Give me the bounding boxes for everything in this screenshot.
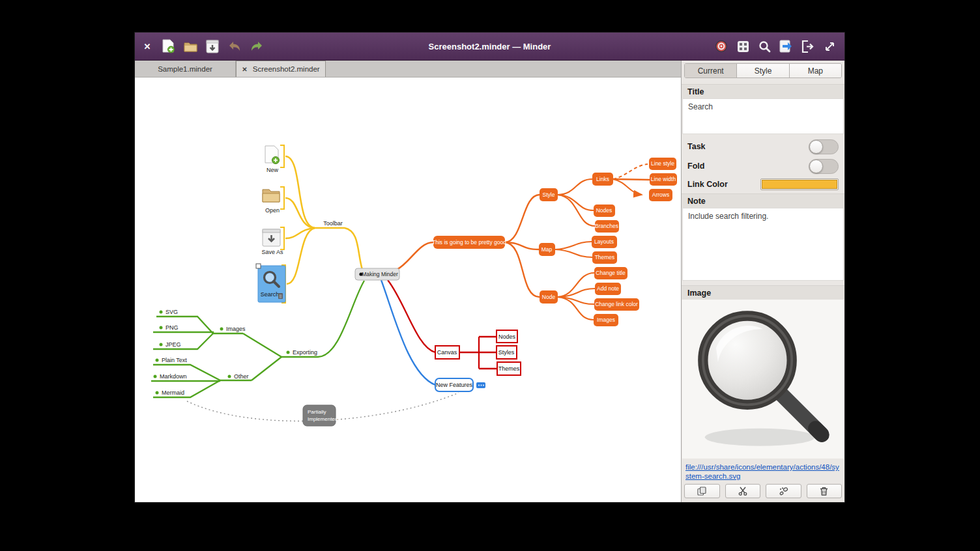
task-row: Task [682, 137, 844, 156]
close-window-icon[interactable]: ✕ [141, 42, 153, 51]
minder-window: Screenshot2.minder — Minder ✕ [135, 33, 844, 502]
node-plain-text[interactable]: Plain Text [162, 357, 187, 363]
node-save-as-label: Save As [261, 249, 283, 255]
note-section-label: Note [682, 193, 844, 208]
svg-text:Style: Style [543, 191, 555, 198]
redo-icon [250, 41, 263, 51]
cut-button[interactable] [725, 484, 761, 498]
image-preview[interactable] [682, 300, 844, 459]
new-document-icon [162, 39, 175, 53]
exit-icon [801, 40, 815, 53]
svg-text:Themes: Themes [595, 254, 615, 261]
node-new-label: New [267, 167, 279, 173]
svg-text:Themes: Themes [498, 365, 520, 372]
tab-style[interactable]: Style [737, 64, 789, 78]
image-section-label: Image [682, 285, 844, 300]
delete-button[interactable] [807, 484, 843, 498]
svg-text:Arrows: Arrows [652, 191, 669, 198]
note-input[interactable]: Include search filtering. [682, 208, 844, 281]
node-root[interactable]: Making Minder [355, 268, 399, 280]
tab-label: Screenshot2.minder [253, 65, 320, 73]
node-open[interactable]: Open [263, 190, 280, 214]
title-section-label: Title [682, 84, 844, 98]
magnifier-image [686, 301, 840, 457]
node-open-label: Open [265, 207, 280, 214]
svg-text:Links: Links [596, 176, 609, 182]
svg-text:Styles: Styles [498, 349, 515, 356]
undo-icon [228, 41, 241, 51]
link-color-button[interactable] [760, 178, 839, 190]
export-button[interactable] [779, 38, 793, 54]
paste-button[interactable] [766, 484, 801, 498]
paste-icon [779, 487, 788, 496]
save-icon [206, 40, 219, 53]
redo-button[interactable] [250, 38, 264, 54]
branch-toolbar-links [280, 145, 362, 303]
search-button[interactable] [758, 38, 771, 54]
node-search-selected[interactable]: Search [256, 264, 285, 302]
node-exporting[interactable]: Exporting [293, 349, 317, 356]
link-color-row: Link Color [682, 176, 844, 193]
svg-text:Change link color: Change link color [595, 301, 638, 307]
node-partially-implemented[interactable]: Partially Implemented [303, 405, 338, 426]
tab-screenshot2[interactable]: ✕ Screenshot2.minder [236, 61, 326, 77]
tab-sample1[interactable]: Sample1.minder [135, 61, 236, 77]
svg-text:Line style: Line style [651, 160, 674, 167]
node-svg[interactable]: SVG [166, 309, 178, 315]
node-markdown[interactable]: Markdown [160, 373, 187, 380]
resize-icon [824, 41, 835, 52]
branch-new-features-link [381, 280, 435, 385]
selection-handle[interactable] [256, 264, 261, 268]
fullscreen-button[interactable] [823, 38, 837, 54]
tab-bar: Sample1.minder ✕ Screenshot2.minder [135, 61, 681, 78]
copy-button[interactable] [684, 484, 720, 498]
svg-text:Layouts: Layouts [594, 238, 614, 245]
tab-close-icon[interactable]: ✕ [242, 66, 247, 73]
target-icon [715, 40, 728, 53]
fold-label: Fold [687, 162, 704, 171]
trash-icon [820, 487, 828, 496]
tab-map[interactable]: Map [790, 64, 841, 78]
node-other[interactable]: Other [234, 373, 249, 380]
branch-exporting-bullets [154, 311, 290, 395]
svg-text:Partially: Partially [308, 409, 326, 415]
mindmap-canvas[interactable]: Toolbar New Open [135, 78, 681, 502]
sticker-badge-icon[interactable] [476, 382, 485, 388]
open-button[interactable] [183, 38, 197, 54]
map-overview-button[interactable] [736, 38, 749, 54]
export-icon [779, 40, 793, 53]
new-document-button[interactable] [161, 38, 175, 54]
svg-text:This is going to be pretty goo: This is going to be pretty good [432, 239, 506, 246]
undo-button[interactable] [227, 38, 242, 54]
node-jpeg[interactable]: JPEG [166, 341, 181, 348]
fold-toggle[interactable] [809, 159, 839, 174]
svg-text:Nodes: Nodes [596, 207, 612, 214]
search-icon [758, 40, 771, 53]
image-file-link[interactable]: file:///usr/share/icons/elementary/actio… [685, 463, 841, 481]
link-color-swatch [762, 180, 837, 189]
svg-text:Implemented: Implemented [308, 416, 338, 422]
svg-text:Node: Node [542, 294, 556, 300]
node-png[interactable]: PNG [166, 324, 179, 331]
node-new-features[interactable]: New Features [435, 378, 473, 391]
title-input[interactable]: Search [682, 98, 844, 134]
node-mermaid[interactable]: Mermaid [162, 389, 184, 396]
tab-current[interactable]: Current [685, 64, 737, 78]
focus-mode-button[interactable] [714, 38, 728, 54]
node-new[interactable]: New [265, 146, 280, 173]
node-save-as[interactable]: Save As [261, 229, 283, 255]
svg-text:Line width: Line width [651, 176, 676, 182]
open-folder-icon [184, 40, 197, 52]
task-toggle[interactable] [809, 139, 839, 154]
task-label: Task [687, 142, 706, 151]
save-button[interactable] [205, 38, 220, 54]
svg-text:New Features: New Features [436, 382, 473, 388]
link-color-label: Link Color [687, 180, 728, 189]
titlebar[interactable]: Screenshot2.minder — Minder ✕ [135, 33, 844, 61]
cut-icon [738, 487, 747, 496]
quit-button[interactable] [801, 38, 814, 54]
svg-text:Add note: Add note [597, 285, 619, 292]
node-toolbar[interactable]: Toolbar [323, 220, 343, 227]
fold-row: Fold [682, 156, 844, 176]
node-images-export[interactable]: Images [226, 326, 246, 332]
